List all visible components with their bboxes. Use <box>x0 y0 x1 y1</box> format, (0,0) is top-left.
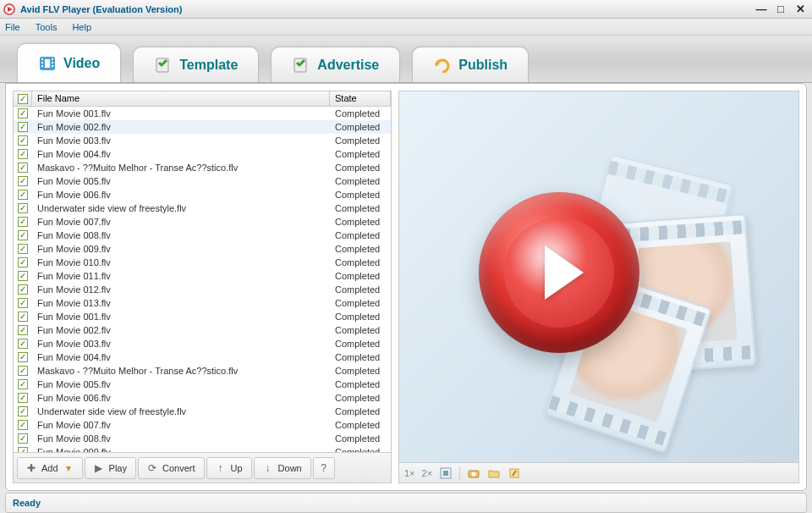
table-body[interactable]: Fun Movie 001.flvCompletedFun Movie 002.… <box>14 107 391 452</box>
header-state[interactable]: State <box>330 91 391 106</box>
tab-publish-label: Publish <box>458 58 508 73</box>
row-checkbox[interactable] <box>14 163 32 173</box>
table-row[interactable]: Fun Movie 005.flvCompleted <box>14 378 391 391</box>
statusbar: Ready <box>5 493 807 513</box>
table-row[interactable]: Fun Movie 004.flvCompleted <box>14 147 391 161</box>
row-checkbox[interactable] <box>14 135 32 146</box>
table-row[interactable]: Fun Movie 009.flvCompleted <box>14 242 391 256</box>
table-row[interactable]: Fun Movie 004.flvCompleted <box>14 350 391 364</box>
table-row[interactable]: Fun Movie 006.flvCompleted <box>14 391 391 405</box>
play-icon: ▶ <box>94 463 104 473</box>
play-label: Play <box>109 463 127 473</box>
row-filename: Fun Movie 012.flv <box>32 284 330 295</box>
row-state: Completed <box>330 393 391 403</box>
zoom-1x-button[interactable]: 1× <box>404 468 415 478</box>
row-state: Completed <box>330 163 391 173</box>
table-row[interactable]: Fun Movie 002.flvCompleted <box>14 323 391 337</box>
table-row[interactable]: Fun Movie 008.flvCompleted <box>14 432 391 445</box>
menu-file[interactable]: File <box>5 22 20 32</box>
row-state: Completed <box>330 271 391 281</box>
table-row[interactable]: Fun Movie 003.flvCompleted <box>14 337 391 350</box>
row-checkbox[interactable] <box>14 393 32 403</box>
row-checkbox[interactable] <box>14 312 32 322</box>
header-check-all[interactable] <box>14 91 32 106</box>
table-row[interactable]: Fun Movie 003.flvCompleted <box>14 134 391 147</box>
row-checkbox[interactable] <box>14 420 32 430</box>
minimize-button[interactable]: — <box>753 3 770 16</box>
row-filename: Fun Movie 004.flv <box>32 352 330 362</box>
play-button[interactable]: ▶ Play <box>85 457 136 479</box>
convert-button[interactable]: ⟳ Convert <box>138 457 205 479</box>
table-row[interactable]: Fun Movie 012.flvCompleted <box>14 283 391 296</box>
row-checkbox[interactable] <box>14 379 32 389</box>
zoom-2x-button[interactable]: 2× <box>422 468 433 478</box>
row-checkbox[interactable] <box>14 108 32 119</box>
template-icon <box>154 56 173 74</box>
header-filename[interactable]: File Name <box>32 91 330 106</box>
settings-icon[interactable] <box>508 466 521 480</box>
table-row[interactable]: Underwater side view of freestyle.flvCom… <box>14 405 391 418</box>
row-checkbox[interactable] <box>14 217 32 227</box>
table-row[interactable]: Fun Movie 013.flvCompleted <box>14 296 391 310</box>
arrow-up-icon: ↑ <box>216 463 226 473</box>
table-header: File Name State <box>14 91 391 107</box>
snapshot-icon[interactable] <box>467 466 480 480</box>
row-checkbox[interactable] <box>14 433 32 444</box>
tab-publish[interactable]: Publish <box>412 47 529 82</box>
convert-label: Convert <box>162 463 195 473</box>
row-checkbox[interactable] <box>14 339 32 349</box>
table-row[interactable]: Fun Movie 005.flvCompleted <box>14 174 391 188</box>
row-checkbox[interactable] <box>14 230 32 240</box>
row-checkbox[interactable] <box>14 298 32 308</box>
folder-icon[interactable] <box>487 466 501 480</box>
menu-tools[interactable]: Tools <box>36 22 58 32</box>
table-row[interactable]: Fun Movie 010.flvCompleted <box>14 256 391 269</box>
row-state: Completed <box>330 257 391 268</box>
table-row[interactable]: Fun Movie 001.flvCompleted <box>14 310 391 323</box>
row-checkbox[interactable] <box>14 271 32 281</box>
maximize-button[interactable]: □ <box>772 3 789 16</box>
table-row[interactable]: Fun Movie 009.flvCompleted <box>14 445 391 452</box>
tab-template[interactable]: Template <box>133 47 259 82</box>
row-checkbox[interactable] <box>14 176 32 186</box>
row-checkbox[interactable] <box>14 366 32 376</box>
table-row[interactable]: Fun Movie 002.flvCompleted <box>14 120 391 134</box>
table-row[interactable]: Underwater side view of freestyle.flvCom… <box>14 201 391 215</box>
table-row[interactable]: Fun Movie 011.flvCompleted <box>14 269 391 283</box>
add-button[interactable]: ✚ Add ▾ <box>17 457 83 479</box>
tab-advertise[interactable]: Advertise <box>271 47 400 82</box>
row-checkbox[interactable] <box>14 284 32 295</box>
row-filename: Fun Movie 011.flv <box>32 271 330 281</box>
row-checkbox[interactable] <box>14 190 32 200</box>
row-state: Completed <box>330 284 391 295</box>
table-row[interactable]: Maskavo - ??Muito Melhor - Transe Ac??st… <box>14 364 391 378</box>
row-checkbox[interactable] <box>14 406 32 416</box>
close-button[interactable]: ✕ <box>792 3 809 16</box>
publish-icon <box>433 56 452 74</box>
fit-icon[interactable] <box>439 466 453 480</box>
menu-help[interactable]: Help <box>72 22 91 32</box>
table-row[interactable]: Fun Movie 007.flvCompleted <box>14 418 391 432</box>
preview-play-button[interactable] <box>479 192 639 353</box>
table-row[interactable]: Fun Movie 001.flvCompleted <box>14 107 391 120</box>
row-checkbox[interactable] <box>14 352 32 362</box>
tab-video[interactable]: Video <box>17 43 121 82</box>
table-row[interactable]: Fun Movie 006.flvCompleted <box>14 188 391 201</box>
more-button[interactable]: ? <box>313 457 335 479</box>
row-checkbox[interactable] <box>14 257 32 268</box>
row-checkbox[interactable] <box>14 122 32 132</box>
row-filename: Fun Movie 007.flv <box>32 217 330 227</box>
row-checkbox[interactable] <box>14 149 32 159</box>
row-checkbox[interactable] <box>14 325 32 335</box>
down-button[interactable]: ↓ Down <box>254 457 311 479</box>
table-row[interactable]: Fun Movie 008.flvCompleted <box>14 229 391 242</box>
table-row[interactable]: Maskavo - ??Muito Melhor - Transe Ac??st… <box>14 161 391 174</box>
table-row[interactable]: Fun Movie 007.flvCompleted <box>14 215 391 229</box>
titlebar: Avid FLV Player (Evaluation Version) — □… <box>0 0 812 19</box>
row-checkbox[interactable] <box>14 244 32 254</box>
preview-toolbar: 1× 2× <box>399 462 798 483</box>
svg-point-16 <box>472 472 476 476</box>
row-checkbox[interactable] <box>14 203 32 213</box>
preview-area[interactable] <box>399 91 798 462</box>
up-button[interactable]: ↑ Up <box>206 457 252 479</box>
